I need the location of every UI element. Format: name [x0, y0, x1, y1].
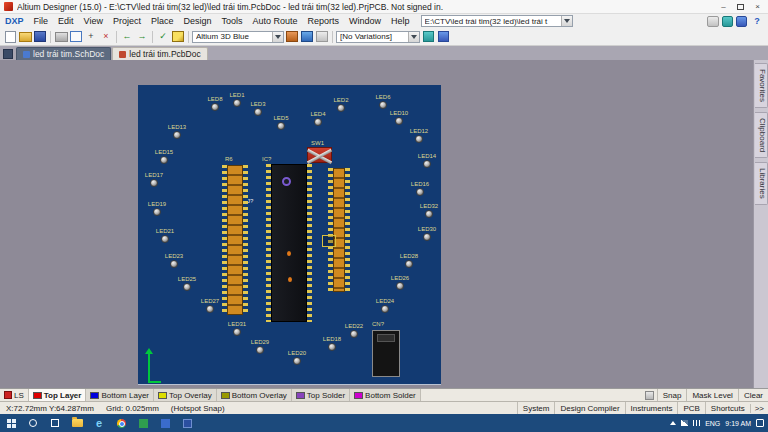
mask-options-icon[interactable]: [645, 391, 654, 400]
path-combo-dropdown[interactable]: [561, 16, 572, 26]
undo-button[interactable]: ←: [120, 30, 134, 43]
led-led19[interactable]: LED19: [146, 201, 168, 216]
led-led13[interactable]: LED13: [166, 124, 188, 139]
led-pad-icon[interactable]: [395, 117, 403, 125]
led-led23[interactable]: LED23: [163, 253, 185, 268]
language-indicator[interactable]: ENG: [705, 420, 720, 427]
compile-icon[interactable]: [722, 16, 733, 27]
panel-tab-libraries[interactable]: Libraries: [755, 162, 768, 205]
led-pad-icon[interactable]: [381, 305, 389, 313]
edge-button[interactable]: e: [88, 414, 110, 432]
led-pad-icon[interactable]: [233, 99, 241, 107]
maximize-button[interactable]: [732, 1, 749, 13]
led-led27[interactable]: LED27: [199, 298, 221, 313]
led-led29[interactable]: LED29: [249, 339, 271, 354]
led-pad-icon[interactable]: [396, 282, 404, 290]
save-button[interactable]: [33, 30, 47, 43]
led-led22[interactable]: LED22: [343, 323, 365, 338]
led-pad-icon[interactable]: [160, 156, 168, 164]
led-led26[interactable]: LED26: [389, 275, 411, 290]
led-led30[interactable]: LED30: [416, 226, 438, 241]
panel-button-pcb[interactable]: PCB: [677, 402, 704, 414]
led-led21[interactable]: LED21: [154, 228, 176, 243]
menu-view[interactable]: View: [79, 16, 108, 26]
led-led8[interactable]: LED8: [204, 96, 226, 111]
led-pad-icon[interactable]: [337, 104, 345, 112]
led-pad-icon[interactable]: [206, 305, 214, 313]
action-center-icon[interactable]: [756, 419, 764, 427]
led-pad-icon[interactable]: [379, 101, 387, 109]
panel-button-design-compiler[interactable]: Design Compiler: [554, 402, 624, 414]
fit-document-button[interactable]: [69, 30, 83, 43]
close-button[interactable]: ×: [749, 1, 766, 13]
menu-help[interactable]: Help: [386, 16, 415, 26]
led-led18[interactable]: LED18: [321, 336, 343, 351]
led-led32[interactable]: LED32: [418, 203, 440, 218]
cross-probe-button[interactable]: [436, 30, 450, 43]
new-document-button[interactable]: [3, 30, 17, 43]
tray-expand-icon[interactable]: [670, 421, 676, 425]
app-button-green[interactable]: [132, 414, 154, 432]
variations-combo-dropdown[interactable]: [408, 32, 419, 42]
panels-icon[interactable]: [736, 16, 747, 27]
menu-window[interactable]: Window: [344, 16, 386, 26]
highlight-button[interactable]: [171, 30, 185, 43]
led-led25[interactable]: LED25: [176, 276, 198, 291]
task-view-button[interactable]: [44, 414, 66, 432]
doc-tab-led-tr-i-tim-pcbdoc[interactable]: led trái tim.PcbDoc: [112, 47, 207, 60]
layer-tab-top-overlay[interactable]: Top Overlay: [154, 389, 217, 401]
led-led17[interactable]: LED17: [143, 172, 165, 187]
led-pad-icon[interactable]: [314, 118, 322, 126]
button-snap[interactable]: Snap: [657, 389, 687, 401]
led-pad-icon[interactable]: [211, 103, 219, 111]
settings-icon[interactable]: [707, 16, 719, 27]
led-led3[interactable]: LED3: [247, 101, 269, 116]
ic-chip[interactable]: [266, 164, 312, 322]
start-button[interactable]: [0, 414, 22, 432]
network-icon[interactable]: [681, 420, 688, 426]
menu-edit[interactable]: Edit: [53, 16, 79, 26]
view-configuration-combo[interactable]: Altium 3D Blue: [192, 31, 284, 43]
led-led2[interactable]: LED2: [330, 97, 352, 112]
menu-auto-route[interactable]: Auto Route: [247, 16, 302, 26]
led-led20[interactable]: LED20: [286, 350, 308, 365]
led-led10[interactable]: LED10: [388, 110, 410, 125]
tools-button[interactable]: [285, 30, 299, 43]
led-pad-icon[interactable]: [423, 160, 431, 168]
print-button[interactable]: [54, 30, 68, 43]
help-icon[interactable]: ?: [750, 15, 764, 28]
led-pad-icon[interactable]: [423, 233, 431, 241]
led-pad-icon[interactable]: [153, 208, 161, 216]
menu-design[interactable]: Design: [178, 16, 216, 26]
led-pad-icon[interactable]: [416, 188, 424, 196]
led-led16[interactable]: LED16: [409, 181, 431, 196]
button-mask-level[interactable]: Mask Level: [686, 389, 737, 401]
led-pad-icon[interactable]: [425, 210, 433, 218]
led-led5[interactable]: LED5: [270, 115, 292, 130]
resistor-array-r6[interactable]: [222, 165, 248, 315]
variations-combo[interactable]: [No Variations]: [336, 31, 420, 43]
button-clear[interactable]: Clear: [738, 389, 768, 401]
clock[interactable]: 9:19 AM: [725, 420, 751, 427]
layer-tab-top-solder[interactable]: Top Solder: [292, 389, 350, 401]
led-led24[interactable]: LED24: [374, 298, 396, 313]
led-led1[interactable]: LED1: [226, 92, 248, 107]
open-button[interactable]: [18, 30, 32, 43]
layer-tab-bottom-layer[interactable]: Bottom Layer: [86, 389, 154, 401]
led-led28[interactable]: LED28: [398, 253, 420, 268]
switch-sw1[interactable]: [307, 147, 332, 163]
pcb-canvas[interactable]: LED8LED1LED3LED5LED4LED2LED6LED10LED12LE…: [0, 60, 753, 388]
led-led4[interactable]: LED4: [307, 111, 329, 126]
led-pad-icon[interactable]: [415, 135, 423, 143]
panel-tab-favorites[interactable]: Favorites: [755, 63, 768, 108]
chrome-button[interactable]: [110, 414, 132, 432]
layer-tab-top-layer[interactable]: Top Layer: [29, 389, 87, 401]
clear-filter-button[interactable]: ×: [99, 30, 113, 43]
app-button-navy[interactable]: [176, 414, 198, 432]
led-pad-icon[interactable]: [293, 357, 301, 365]
menu-dxp[interactable]: DXP: [0, 16, 29, 26]
menu-project[interactable]: Project: [108, 16, 146, 26]
home-icon[interactable]: [3, 49, 13, 59]
led-led14[interactable]: LED14: [416, 153, 438, 168]
view-combo-dropdown[interactable]: [272, 32, 283, 42]
